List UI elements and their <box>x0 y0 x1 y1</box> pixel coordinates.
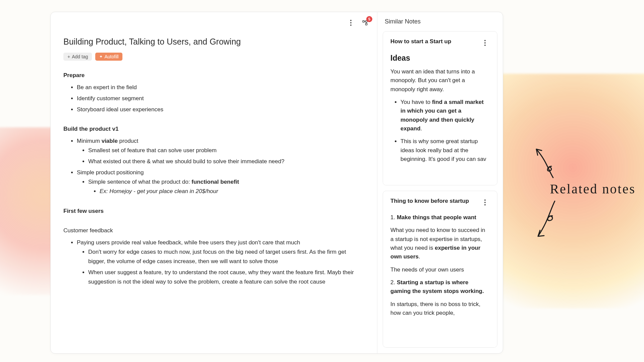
list-item: This is why some great startup ideas loo… <box>400 137 490 164</box>
similar-note-card[interactable]: Thing to know before startup 1. Make thi… <box>383 191 497 348</box>
list-item: Don't worry for edge cases to much now, … <box>88 247 364 266</box>
tag-row: + Add tag ✦ Autofill <box>63 53 364 61</box>
similar-notes-toggle-button[interactable]: 5 <box>360 18 370 27</box>
list-item: Identify customer segment <box>77 94 364 103</box>
dots-vertical-icon <box>484 199 486 205</box>
app-card: 5 Building Product, Talking to Users, an… <box>50 12 503 354</box>
similar-note-text: 2. Starting a startup is where gaming th… <box>390 278 490 296</box>
main-pane: 5 Building Product, Talking to Users, an… <box>51 12 377 353</box>
list-item: Simple sentence of what the product do: … <box>88 177 364 196</box>
similar-note-text: 1. Make things that people want <box>390 213 490 222</box>
similar-notes-count-badge: 5 <box>366 16 372 22</box>
svg-rect-0 <box>363 20 364 22</box>
similar-note-text: You want an idea that turns into a monop… <box>390 67 490 94</box>
add-tag-label: Add tag <box>72 54 88 59</box>
similar-note-options-button[interactable] <box>480 198 490 207</box>
list-item: Ex: Homejoy - get your place clean in 20… <box>100 187 364 196</box>
similar-note-card[interactable]: How to start a Start up Ideas You want a… <box>383 31 497 185</box>
annotation-text: Related notes <box>550 181 636 197</box>
page-title[interactable]: Building Product, Talking to Users, and … <box>63 37 364 47</box>
list-item: Smallest set of feature that can solve u… <box>88 146 364 155</box>
similar-note-options-button[interactable] <box>480 38 490 48</box>
similar-note-title: How to start a Start up <box>390 38 451 45</box>
main-toolbar: 5 <box>346 18 370 27</box>
similar-notes-header: Similar Notes <box>377 12 503 31</box>
add-tag-button[interactable]: + Add tag <box>63 53 92 61</box>
more-options-button[interactable] <box>346 18 356 27</box>
dots-vertical-icon <box>484 40 486 46</box>
note-body[interactable]: Prepare Be an expert in the field Identi… <box>63 71 364 287</box>
annotation-overlay: Related notes <box>533 144 636 197</box>
arrow-icon <box>530 144 560 181</box>
heading-first-users: First few users <box>63 206 364 216</box>
similar-note-text: What you need to know to succeed in a st… <box>390 226 490 261</box>
dots-vertical-icon <box>350 20 352 26</box>
list-item: Simple product positioning Simple senten… <box>77 168 364 196</box>
similar-notes-list: How to start a Start up Ideas You want a… <box>377 31 503 353</box>
heading-prepare: Prepare <box>63 71 364 80</box>
heading-feedback: Customer feedback <box>63 226 364 235</box>
list-item: Storyboard ideal user experiences <box>77 105 364 114</box>
similar-note-heading: Ideas <box>390 54 490 63</box>
similar-note-text: In startups, there is no boss to trick, … <box>390 300 490 318</box>
similar-note-title: Thing to know before startup <box>390 198 469 204</box>
list-item: What existed out there & what we should … <box>88 157 364 166</box>
list-item: Be an expert in the field <box>77 83 364 92</box>
list-item: You have to find a small market in which… <box>400 98 490 133</box>
list-item: Minimum viable product Smallest set of f… <box>77 136 364 166</box>
list-item: Paying users provide real value feedback… <box>77 238 364 287</box>
sparkle-icon: ✦ <box>99 54 103 59</box>
svg-rect-2 <box>366 23 367 25</box>
similar-note-text: The needs of your own users <box>390 265 490 274</box>
autofill-label: Autofill <box>104 54 118 59</box>
heading-build: Build the product v1 <box>63 124 364 134</box>
similar-notes-panel: Similar Notes How to start a Start up Id… <box>377 12 503 353</box>
autofill-button[interactable]: ✦ Autofill <box>95 53 122 61</box>
arrow-icon <box>530 198 563 241</box>
list-item: When user suggest a feature, try to unde… <box>88 268 364 287</box>
plus-icon: + <box>67 54 70 59</box>
